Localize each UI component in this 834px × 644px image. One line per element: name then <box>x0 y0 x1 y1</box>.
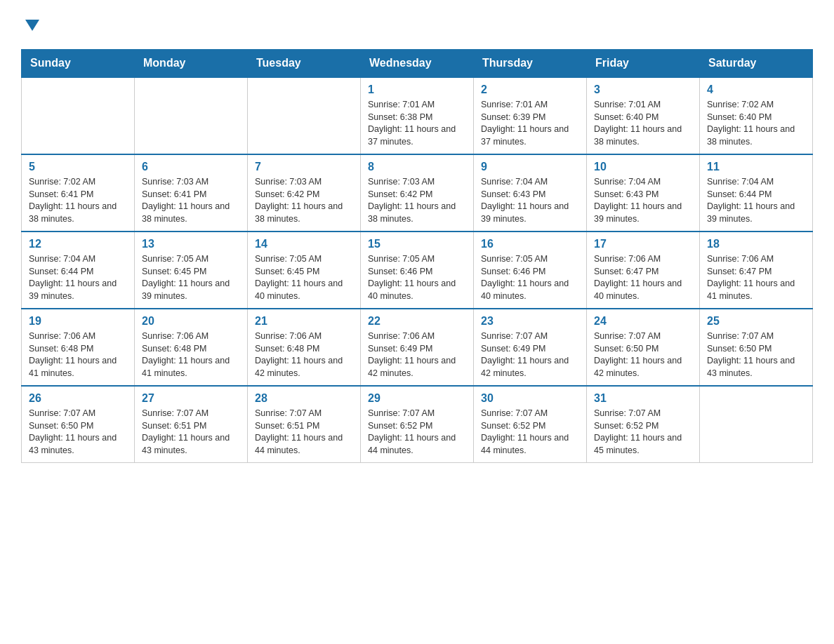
day-number: 19 <box>29 315 127 328</box>
day-info: Sunrise: 7:07 AM Sunset: 6:52 PM Dayligh… <box>594 408 692 457</box>
calendar-cell: 22Sunrise: 7:06 AM Sunset: 6:49 PM Dayli… <box>361 309 474 386</box>
calendar-cell: 5Sunrise: 7:02 AM Sunset: 6:41 PM Daylig… <box>22 154 135 232</box>
day-info: Sunrise: 7:07 AM Sunset: 6:50 PM Dayligh… <box>707 330 805 380</box>
calendar-cell: 6Sunrise: 7:03 AM Sunset: 6:41 PM Daylig… <box>135 154 248 232</box>
day-info: Sunrise: 7:03 AM Sunset: 6:42 PM Dayligh… <box>255 176 353 225</box>
day-number: 25 <box>707 315 805 328</box>
calendar-header: SundayMondayTuesdayWednesdayThursdayFrid… <box>22 50 813 78</box>
day-info: Sunrise: 7:01 AM Sunset: 6:38 PM Dayligh… <box>368 99 466 148</box>
day-info: Sunrise: 7:07 AM Sunset: 6:52 PM Dayligh… <box>481 408 579 457</box>
day-number: 5 <box>29 161 127 173</box>
calendar-cell: 29Sunrise: 7:07 AM Sunset: 6:52 PM Dayli… <box>361 386 474 463</box>
day-info: Sunrise: 7:06 AM Sunset: 6:48 PM Dayligh… <box>255 330 353 380</box>
calendar-table: SundayMondayTuesdayWednesdayThursdayFrid… <box>21 49 813 463</box>
day-number: 22 <box>368 315 466 328</box>
calendar-cell: 1Sunrise: 7:01 AM Sunset: 6:38 PM Daylig… <box>361 77 474 154</box>
day-info: Sunrise: 7:06 AM Sunset: 6:47 PM Dayligh… <box>594 253 692 302</box>
day-info: Sunrise: 7:07 AM Sunset: 6:51 PM Dayligh… <box>255 408 353 457</box>
week-row-3: 12Sunrise: 7:04 AM Sunset: 6:44 PM Dayli… <box>22 232 813 309</box>
day-info: Sunrise: 7:04 AM Sunset: 6:43 PM Dayligh… <box>594 176 692 225</box>
day-number: 26 <box>29 392 127 405</box>
day-info: Sunrise: 7:04 AM Sunset: 6:44 PM Dayligh… <box>29 253 127 302</box>
day-number: 31 <box>594 392 692 405</box>
day-info: Sunrise: 7:03 AM Sunset: 6:42 PM Dayligh… <box>368 176 466 225</box>
calendar-cell: 4Sunrise: 7:02 AM Sunset: 6:40 PM Daylig… <box>700 77 813 154</box>
calendar-cell <box>135 77 248 154</box>
week-row-5: 26Sunrise: 7:07 AM Sunset: 6:50 PM Dayli… <box>22 386 813 463</box>
day-info: Sunrise: 7:04 AM Sunset: 6:43 PM Dayligh… <box>481 176 579 225</box>
calendar-cell: 14Sunrise: 7:05 AM Sunset: 6:45 PM Dayli… <box>248 232 361 309</box>
week-row-1: 1Sunrise: 7:01 AM Sunset: 6:38 PM Daylig… <box>22 77 813 154</box>
day-info: Sunrise: 7:06 AM Sunset: 6:47 PM Dayligh… <box>707 253 805 302</box>
day-header-tuesday: Tuesday <box>248 50 361 78</box>
week-row-2: 5Sunrise: 7:02 AM Sunset: 6:41 PM Daylig… <box>22 154 813 232</box>
day-number: 14 <box>255 238 353 250</box>
calendar-cell: 27Sunrise: 7:07 AM Sunset: 6:51 PM Dayli… <box>135 386 248 463</box>
day-number: 15 <box>368 238 466 250</box>
day-number: 24 <box>594 315 692 328</box>
day-number: 18 <box>707 238 805 250</box>
day-number: 2 <box>481 83 579 96</box>
day-number: 16 <box>481 238 579 250</box>
day-number: 29 <box>368 392 466 405</box>
day-number: 10 <box>594 161 692 173</box>
day-number: 8 <box>368 161 466 173</box>
day-number: 28 <box>255 392 353 405</box>
calendar-cell: 8Sunrise: 7:03 AM Sunset: 6:42 PM Daylig… <box>361 154 474 232</box>
day-info: Sunrise: 7:01 AM Sunset: 6:40 PM Dayligh… <box>594 99 692 148</box>
day-info: Sunrise: 7:07 AM Sunset: 6:49 PM Dayligh… <box>481 330 579 380</box>
calendar-body: 1Sunrise: 7:01 AM Sunset: 6:38 PM Daylig… <box>22 77 813 463</box>
logo <box>21 14 42 35</box>
day-info: Sunrise: 7:05 AM Sunset: 6:45 PM Dayligh… <box>142 253 240 302</box>
page-header <box>21 14 813 35</box>
day-number: 27 <box>142 392 240 405</box>
day-info: Sunrise: 7:06 AM Sunset: 6:48 PM Dayligh… <box>29 330 127 380</box>
day-info: Sunrise: 7:03 AM Sunset: 6:41 PM Dayligh… <box>142 176 240 225</box>
day-header-friday: Friday <box>587 50 700 78</box>
svg-marker-0 <box>25 20 39 31</box>
day-header-wednesday: Wednesday <box>361 50 474 78</box>
day-number: 6 <box>142 161 240 173</box>
calendar-cell: 26Sunrise: 7:07 AM Sunset: 6:50 PM Dayli… <box>22 386 135 463</box>
day-info: Sunrise: 7:04 AM Sunset: 6:44 PM Dayligh… <box>707 176 805 225</box>
days-header-row: SundayMondayTuesdayWednesdayThursdayFrid… <box>22 50 813 78</box>
calendar-cell <box>700 386 813 463</box>
day-header-saturday: Saturday <box>700 50 813 78</box>
day-number: 13 <box>142 238 240 250</box>
day-number: 23 <box>481 315 579 328</box>
day-info: Sunrise: 7:06 AM Sunset: 6:48 PM Dayligh… <box>142 330 240 380</box>
day-header-sunday: Sunday <box>22 50 135 78</box>
calendar-cell: 28Sunrise: 7:07 AM Sunset: 6:51 PM Dayli… <box>248 386 361 463</box>
day-number: 20 <box>142 315 240 328</box>
day-info: Sunrise: 7:06 AM Sunset: 6:49 PM Dayligh… <box>368 330 466 380</box>
day-number: 12 <box>29 238 127 250</box>
calendar-cell: 7Sunrise: 7:03 AM Sunset: 6:42 PM Daylig… <box>248 154 361 232</box>
day-info: Sunrise: 7:02 AM Sunset: 6:40 PM Dayligh… <box>707 99 805 148</box>
calendar-cell: 24Sunrise: 7:07 AM Sunset: 6:50 PM Dayli… <box>587 309 700 386</box>
calendar-cell: 16Sunrise: 7:05 AM Sunset: 6:46 PM Dayli… <box>474 232 587 309</box>
calendar-cell: 23Sunrise: 7:07 AM Sunset: 6:49 PM Dayli… <box>474 309 587 386</box>
calendar-cell: 31Sunrise: 7:07 AM Sunset: 6:52 PM Dayli… <box>587 386 700 463</box>
calendar-cell: 10Sunrise: 7:04 AM Sunset: 6:43 PM Dayli… <box>587 154 700 232</box>
calendar-cell: 20Sunrise: 7:06 AM Sunset: 6:48 PM Dayli… <box>135 309 248 386</box>
calendar-cell: 3Sunrise: 7:01 AM Sunset: 6:40 PM Daylig… <box>587 77 700 154</box>
day-info: Sunrise: 7:07 AM Sunset: 6:50 PM Dayligh… <box>594 330 692 380</box>
day-info: Sunrise: 7:07 AM Sunset: 6:50 PM Dayligh… <box>29 408 127 457</box>
day-number: 21 <box>255 315 353 328</box>
day-info: Sunrise: 7:05 AM Sunset: 6:45 PM Dayligh… <box>255 253 353 302</box>
day-number: 7 <box>255 161 353 173</box>
day-info: Sunrise: 7:05 AM Sunset: 6:46 PM Dayligh… <box>481 253 579 302</box>
week-row-4: 19Sunrise: 7:06 AM Sunset: 6:48 PM Dayli… <box>22 309 813 386</box>
day-info: Sunrise: 7:05 AM Sunset: 6:46 PM Dayligh… <box>368 253 466 302</box>
calendar-cell: 13Sunrise: 7:05 AM Sunset: 6:45 PM Dayli… <box>135 232 248 309</box>
calendar-cell <box>22 77 135 154</box>
day-info: Sunrise: 7:02 AM Sunset: 6:41 PM Dayligh… <box>29 176 127 225</box>
day-info: Sunrise: 7:07 AM Sunset: 6:51 PM Dayligh… <box>142 408 240 457</box>
calendar-cell: 15Sunrise: 7:05 AM Sunset: 6:46 PM Dayli… <box>361 232 474 309</box>
day-number: 30 <box>481 392 579 405</box>
logo-triangle-icon <box>22 15 42 35</box>
calendar-cell <box>248 77 361 154</box>
day-number: 17 <box>594 238 692 250</box>
calendar-cell: 2Sunrise: 7:01 AM Sunset: 6:39 PM Daylig… <box>474 77 587 154</box>
calendar-cell: 19Sunrise: 7:06 AM Sunset: 6:48 PM Dayli… <box>22 309 135 386</box>
